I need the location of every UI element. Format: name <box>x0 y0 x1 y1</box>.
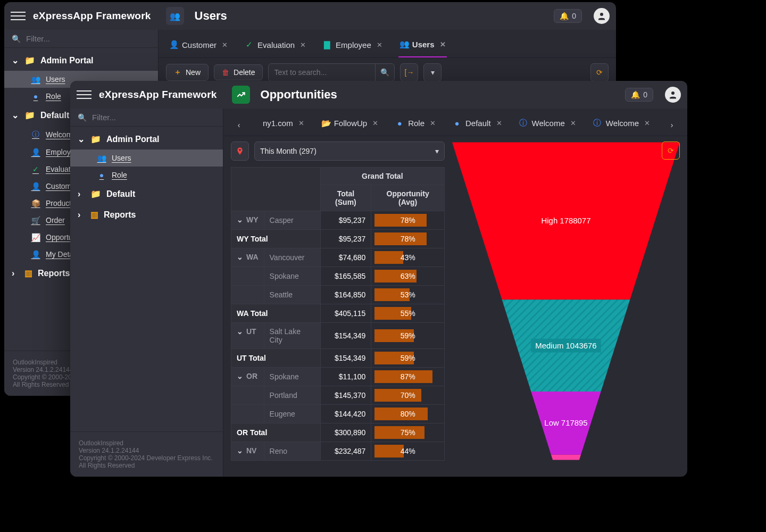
total-cell: $11,100 <box>320 368 371 386</box>
tree-item-label: Users <box>46 75 65 84</box>
chevron-down-icon: ⌄ <box>237 446 243 455</box>
tree-group-label: Reports <box>38 269 70 278</box>
search-button[interactable]: 🔍 <box>375 64 394 81</box>
map-pin-button[interactable] <box>231 142 249 161</box>
tabs-scroll-left[interactable]: ‹ <box>233 118 245 132</box>
table-row: UT Total$154,34959% <box>231 349 445 368</box>
col-opp-avg[interactable]: Opportunity (Avg) <box>371 185 445 211</box>
subtotal-label: OR Total <box>231 423 321 442</box>
period-dropdown[interactable]: This Month (297) ▾ <box>254 142 445 161</box>
tree-group-default[interactable]: ›📁Default <box>70 184 223 204</box>
state-cell[interactable] <box>231 386 264 405</box>
city-cell: Eugene <box>264 405 320 423</box>
tab-followup[interactable]: 📂FollowUp✕ <box>320 114 380 136</box>
users-icon: 👥 <box>399 39 408 49</box>
tab-close-icon[interactable]: ✕ <box>644 119 650 127</box>
new-button[interactable]: ＋ New <box>166 64 209 81</box>
funnel-label-high: High 1788077 <box>542 216 591 225</box>
notifications-button[interactable]: 🔔 0 <box>625 88 653 102</box>
tab-close-icon[interactable]: ✕ <box>377 41 382 49</box>
search-box: 🔍 <box>268 63 395 81</box>
tab-close-icon[interactable]: ✕ <box>570 119 576 127</box>
tree-item-role[interactable]: ●Role <box>70 167 223 184</box>
state-cell[interactable] <box>231 405 264 423</box>
tab-close-icon[interactable]: ✕ <box>222 41 228 49</box>
tree-group-label: Default <box>40 111 69 120</box>
tree-item-label: Role <box>112 171 127 179</box>
table-row: ⌄UTSalt Lake City$154,34959% <box>231 323 445 349</box>
customer-icon: 👤 <box>169 40 178 49</box>
tab-ny1-com[interactable]: ny1.com✕ <box>262 114 305 135</box>
tab-close-icon[interactable]: ✕ <box>430 119 436 127</box>
tab-close-icon[interactable]: ✕ <box>440 40 446 48</box>
city-cell: Portland <box>264 386 320 405</box>
tree-item-users[interactable]: 👥Users <box>70 149 223 167</box>
opportunity-cell: 53% <box>371 286 445 304</box>
sidebar-filter[interactable]: 🔍 <box>70 109 223 127</box>
sidebar-filter-input[interactable] <box>92 113 215 122</box>
user-avatar[interactable] <box>665 87 681 103</box>
city-cell: Salt Lake City <box>264 323 320 349</box>
pivot-table: Grand Total Total (Sum) Opportunity (Avg… <box>231 167 445 461</box>
export-dropdown[interactable]: ▾ <box>423 63 442 81</box>
total-cell: $145,370 <box>320 386 371 405</box>
sidebar-filter-input[interactable] <box>26 34 151 43</box>
chevron-down-icon: ⌄ <box>237 327 243 336</box>
opportunity-cell: 59% <box>371 349 445 368</box>
folder-icon: 📁 <box>90 189 101 199</box>
tab-default[interactable]: ●Default✕ <box>452 114 503 135</box>
subtotal-label: WY Total <box>231 230 321 248</box>
hamburger-icon[interactable] <box>11 9 26 23</box>
state-cell[interactable]: ⌄NV <box>231 442 264 461</box>
state-cell[interactable] <box>231 286 264 304</box>
role-icon: ● <box>395 119 404 128</box>
tabs-scroll-right[interactable]: › <box>666 118 678 132</box>
hamburger-icon[interactable] <box>77 87 91 102</box>
tab-close-icon[interactable]: ✕ <box>496 119 502 127</box>
delete-button[interactable]: 🗑 Delete <box>214 64 263 80</box>
tree-group-reports[interactable]: ›▥Reports <box>70 204 223 225</box>
tab-label: Customer <box>182 40 217 49</box>
refresh-button[interactable]: ⟳ <box>590 63 609 81</box>
tree-item-label: Role <box>46 92 61 101</box>
tab-close-icon[interactable]: ✕ <box>300 41 306 49</box>
tab-label: Welcome <box>606 119 639 128</box>
total-cell: $144,420 <box>320 405 371 423</box>
export-button[interactable]: [→ <box>400 63 418 81</box>
state-cell[interactable]: ⌄UT <box>231 323 264 349</box>
page-title-icon <box>232 86 250 104</box>
tab-evaluation[interactable]: ✓Evaluation✕ <box>244 36 307 57</box>
tab-employee[interactable]: ▇Employee✕ <box>322 36 384 57</box>
tab-label: Evaluation <box>257 40 295 49</box>
user-avatar[interactable] <box>594 8 610 24</box>
tab-strip: ‹ny1.com✕📂FollowUp✕●Role✕●Default✕ⓘWelco… <box>223 109 687 136</box>
tab-label: FollowUp <box>334 119 368 128</box>
tab-users[interactable]: 👥Users✕ <box>398 35 447 58</box>
tab-welcome[interactable]: ⓘWelcome✕ <box>592 114 651 136</box>
notifications-button[interactable]: 🔔 0 <box>554 9 582 23</box>
sidebar-filter[interactable]: 🔍 <box>4 30 158 48</box>
tab-role[interactable]: ●Role✕ <box>394 114 437 135</box>
tab-welcome[interactable]: ⓘWelcome✕ <box>518 114 577 136</box>
trash-icon: 🗑 <box>222 68 229 77</box>
tab-label: Users <box>412 40 435 49</box>
funnel-label-low: Low 717895 <box>544 418 587 427</box>
funnel-label-medium: Medium 1043676 <box>535 341 596 350</box>
tab-close-icon[interactable]: ✕ <box>372 119 378 127</box>
state-cell[interactable]: ⌄OR <box>231 368 264 386</box>
tab-customer[interactable]: 👤Customer✕ <box>168 36 229 57</box>
tree-group-admin-portal[interactable]: ⌄📁Admin Portal <box>4 50 158 71</box>
total-cell: $95,237 <box>320 230 371 248</box>
evaluation-icon: ✓ <box>245 40 253 49</box>
refresh-button[interactable]: ⟳ <box>662 142 680 160</box>
state-cell[interactable]: ⌄WY <box>231 211 264 230</box>
tree-group-admin-portal[interactable]: ⌄📁Admin Portal <box>70 129 223 149</box>
total-cell: $95,237 <box>320 211 371 230</box>
col-total-sum[interactable]: Total (Sum) <box>320 185 371 211</box>
search-input[interactable] <box>269 64 375 81</box>
state-cell[interactable]: ⌄WA <box>231 248 264 267</box>
tab-label: Default <box>465 119 491 128</box>
tab-close-icon[interactable]: ✕ <box>298 119 304 127</box>
funnel-segment-unlikely[interactable] <box>551 455 581 460</box>
state-cell[interactable] <box>231 267 264 286</box>
